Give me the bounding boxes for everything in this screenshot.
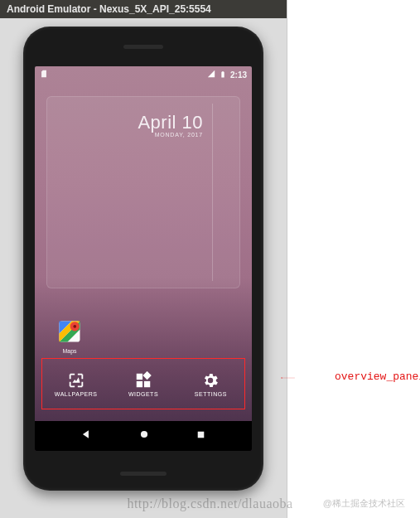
sim-icon [40,70,48,80]
device-screen[interactable]: 2:13 April 10 MONDAY, 2017 [35,66,252,451]
watermark-badge: @稀土掘金技术社区 [323,497,405,510]
wallpapers-icon [67,371,85,390]
emulator-window: Android Emulator - Nexus_5X_API_25:5554 … [0,0,287,518]
settings-button[interactable]: SETTINGS [186,371,235,397]
overview-panel: WALLPAPERS WIDGETS SETTINGS [41,358,245,409]
maps-icon [57,319,82,344]
home-button[interactable] [138,428,150,443]
status-bar: 2:13 [35,66,252,83]
triangle-back-icon [80,428,92,440]
settings-label: SETTINGS [195,391,227,397]
widget-divider [212,104,213,281]
clock-widget[interactable]: April 10 MONDAY, 2017 [138,112,203,138]
app-label-maps: Maps [53,348,86,354]
circle-home-icon [138,428,150,440]
widgets-button[interactable]: WIDGETS [118,371,168,397]
svg-rect-8 [197,432,204,438]
recents-button[interactable] [196,428,206,443]
annotation-label: overview_panel [335,370,420,383]
window-title: Android Emulator - Nexus_5X_API_25:5554 [7,3,211,15]
clock-text: 2:13 [230,70,247,80]
wallpapers-label: WALLPAPERS [55,391,98,397]
signal-icon [207,70,215,80]
titlebar: Android Emulator - Nexus_5X_API_25:5554 [0,0,287,18]
svg-rect-5 [137,380,142,386]
widgets-icon [134,371,152,390]
svg-rect-6 [142,371,151,380]
battery-icon [220,70,226,80]
device-frame: 2:13 April 10 MONDAY, 2017 [23,27,263,491]
annotation-arrow [242,377,333,379]
widgets-label: WIDGETS [128,391,158,397]
widget-preview-area[interactable]: April 10 MONDAY, 2017 [46,96,240,288]
date-large: April 10 [138,112,203,133]
wallpapers-button[interactable]: WALLPAPERS [51,371,101,397]
svg-rect-4 [144,380,150,386]
svg-point-7 [140,431,147,438]
gear-icon [201,371,220,390]
back-button[interactable] [80,428,92,443]
svg-rect-3 [137,373,142,379]
app-icon-maps[interactable]: Maps [53,319,86,356]
square-recents-icon [196,429,206,440]
date-small: MONDAY, 2017 [138,132,203,138]
nav-bar [35,421,252,451]
svg-point-2 [73,325,76,328]
